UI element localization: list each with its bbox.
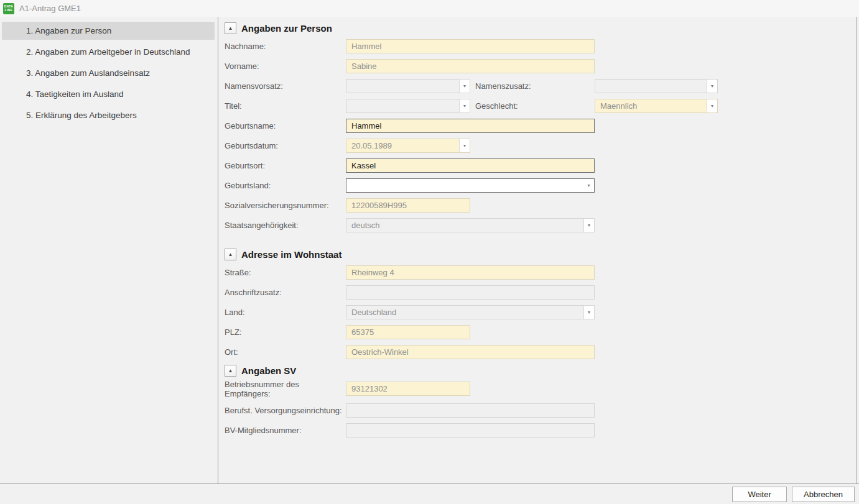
collapse-up-icon: ▲ [228,369,233,373]
geburtsname-label: Geburtsname: [225,121,346,131]
dropdown-arrow-icon: ▾ [583,179,594,192]
collapse-section-button[interactable]: ▲ [225,249,236,260]
dropdown-arrow-icon: ▾ [459,99,470,112]
section-title: Adresse im Wohnstaat [241,249,341,260]
geschlecht-label: Geschlecht: [475,101,595,111]
land-label: Land: [225,308,346,317]
betriebsnummer-des-empfaengers-label: Betriebsnummer des Empfängers: [225,380,346,398]
land-value: Deutschland [346,306,583,319]
geburtsort-label: Geburtsort: [225,161,346,170]
form-row: Geburtsname: [225,119,857,133]
geschlecht-value: Maennlich [595,99,707,112]
berufst-versorgungseinrichtung-label: Berufst. Versorgungseinrichtung: [225,406,346,415]
geburtsname-input[interactable] [346,119,595,133]
dropdown-arrow-icon: ▾ [707,80,717,93]
footer-bar: WeiterAbbrechen [0,483,859,504]
sidebar-item-3[interactable]: 3. Angaben zum Auslandseinsatz [2,64,215,82]
sozialversicherungsnummer-label: Sozialversicherungsnummer: [225,201,346,210]
ort-label: Ort: [225,347,346,357]
nachname-input[interactable] [346,39,595,53]
form-row: Geburtsland:▾ [225,178,857,193]
geburtsland-select[interactable]: ▾ [346,178,595,193]
form-row: Berufst. Versorgungseinrichtung: [225,403,857,418]
titel-select[interactable]: ▾ [346,99,470,113]
geschlecht-select[interactable]: Maennlich▾ [595,99,718,113]
footer-buttons: WeiterAbbrechen [732,487,855,502]
window-title: A1-Antrag GME1 [19,4,81,13]
section-title: Angaben SV [241,365,296,376]
form-row: Sozialversicherungsnummer: [225,198,857,213]
namensvorsatz-select[interactable]: ▾ [346,79,470,93]
content-area: 1. Angaben zur Person2. Angaben zum Arbe… [0,17,859,483]
geburtsort-input[interactable] [346,158,595,173]
plz-input[interactable] [346,325,470,339]
geburtsdatum-value: 20.05.1989 [346,139,459,152]
weiter-button[interactable]: Weiter [732,487,787,502]
form-row: Nachname: [225,39,857,53]
form-row: Vorname: [225,59,857,73]
form-row: Namensvorsatz:▾Namenszusatz:▾ [225,79,857,93]
geburtsdatum-label: Geburtsdatum: [225,141,346,150]
strasse-label: Straße: [225,268,346,277]
form-row: Geburtsdatum:20.05.1989▾ [225,139,857,153]
land-select[interactable]: Deutschland▾ [346,305,595,319]
staatsangehoerigkeit-value: deutsch [346,219,583,232]
dropdown-arrow-icon: ▾ [459,80,470,93]
vorname-input[interactable] [346,59,595,73]
form-row: Staatsangehörigkeit:deutsch▾ [225,218,857,232]
form-row: BV-Mitgliedsnummer: [225,423,857,438]
collapse-up-icon: ▲ [228,252,233,257]
collapse-up-icon: ▲ [228,26,233,31]
section-header: ▲Angaben SV [225,365,857,377]
form-row: PLZ: [225,325,857,339]
anschriftzusatz-input[interactable] [346,285,595,300]
betriebsnummer-des-empfaengers-input[interactable] [346,382,470,396]
form-row: Ort: [225,345,857,359]
form-row: Anschriftzusatz: [225,285,857,300]
sidebar-item-4[interactable]: 4. Taetigkeiten im Ausland [2,85,215,103]
bv-mitgliedsnummer-input[interactable] [346,423,595,438]
section-header: ▲Angaben zur Person [225,22,857,34]
bv-mitgliedsnummer-label: BV-Mitgliedsnummer: [225,426,346,435]
namenszusatz-label: Namenszusatz: [475,81,595,91]
sidebar-item-2[interactable]: 2. Angaben zum Arbeitgeber in Deutschlan… [2,43,215,61]
ort-input[interactable] [346,345,595,359]
geburtsland-label: Geburtsland: [225,181,346,190]
form-row: Betriebsnummer des Empfängers: [225,382,857,396]
strasse-input[interactable] [346,265,595,280]
abbrechen-button[interactable]: Abbrechen [792,487,855,502]
sidebar-item-1[interactable]: 1. Angaben zur Person [2,22,215,40]
sozialversicherungsnummer-input[interactable] [346,198,470,213]
collapse-section-button[interactable]: ▲ [225,22,236,34]
staatsangehoerigkeit-select[interactable]: deutsch▾ [346,218,595,232]
anschriftzusatz-label: Anschriftzusatz: [225,288,346,297]
dropdown-arrow-icon: ▾ [707,99,717,112]
plz-label: PLZ: [225,328,346,337]
namensvorsatz-label: Namensvorsatz: [225,81,346,91]
collapse-section-button[interactable]: ▲ [225,365,236,377]
form-area: ▲Angaben zur PersonNachname:Vorname:Name… [218,17,857,483]
nachname-label: Nachname: [225,42,346,51]
section-angaben-zur-person: ▲Angaben zur PersonNachname:Vorname:Name… [225,22,857,232]
namenszusatz-select[interactable]: ▾ [595,79,718,93]
sidebar-item-5[interactable]: 5. Erklärung des Arbeitgebers [2,106,215,124]
section-title: Angaben zur Person [241,23,332,34]
form-row: Land:Deutschland▾ [225,305,857,319]
titel-value [346,99,459,112]
staatsangehoerigkeit-label: Staatsangehörigkeit: [225,221,346,230]
geburtsland-value [346,179,583,192]
app-logo-icon: DATA LINE [3,3,14,14]
form-row: Geburtsort: [225,158,857,173]
title-bar: DATA LINE A1-Antrag GME1 [0,0,859,17]
vorname-label: Vorname: [225,62,346,71]
dropdown-arrow-icon: ▾ [583,306,594,319]
dropdown-arrow-icon: ▾ [583,219,594,232]
geburtsdatum-select[interactable]: 20.05.1989▾ [346,139,470,153]
berufst-versorgungseinrichtung-input[interactable] [346,403,595,418]
sidebar: 1. Angaben zur Person2. Angaben zum Arbe… [0,17,218,483]
titel-label: Titel: [225,101,346,111]
section-angaben-sv: ▲Angaben SVBetriebsnummer des Empfängers… [225,365,857,438]
namenszusatz-value [595,80,707,93]
namensvorsatz-value [346,80,459,93]
form-row: Titel:▾Geschlecht:Maennlich▾ [225,99,857,113]
